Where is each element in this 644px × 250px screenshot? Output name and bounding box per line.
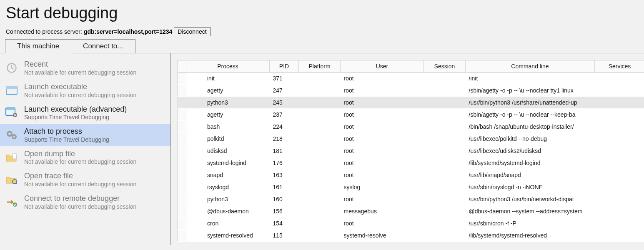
cell-user: root [341, 169, 424, 181]
cell-user: systemd-resolve [341, 230, 424, 242]
folder-search-icon [4, 173, 19, 186]
col-pid[interactable]: PID [270, 60, 299, 72]
clock-icon [4, 61, 19, 75]
col-cmd[interactable]: Command line [466, 60, 595, 72]
cell-platform [299, 145, 341, 157]
table-header-row: Process PID Platform User Session Comman… [178, 60, 644, 72]
cell-cmd: /usr/lib/snapd/snapd [466, 169, 595, 181]
cell-services [595, 97, 644, 109]
row-handle[interactable] [178, 193, 186, 205]
cell-platform [299, 205, 341, 218]
cell-platform [299, 133, 341, 145]
cell-cmd: @dbus-daemon --system --address=system [466, 205, 595, 218]
row-handle[interactable] [178, 109, 186, 121]
cell-pid: 218 [270, 133, 299, 145]
cell-user: root [341, 157, 424, 169]
col-user[interactable]: User [341, 60, 424, 72]
sidebar-item-recent[interactable]: Recent Not available for current debuggi… [0, 57, 170, 79]
table-row[interactable]: agetty247root/sbin/agetty -o -p -- \u --… [178, 85, 644, 97]
cell-cmd: /init [466, 72, 595, 85]
table-row[interactable]: python3160root/usr/bin/python3 /usr/bin/… [178, 193, 644, 205]
cell-platform [299, 97, 341, 109]
row-handle[interactable] [178, 205, 186, 218]
table-row[interactable]: cron154root/usr/sbin/cron -f -P [178, 218, 644, 230]
table-row[interactable]: bash224root/bin/bash /snap/ubuntu-deskto… [178, 121, 644, 133]
row-handle[interactable] [178, 157, 186, 169]
cell-cmd: /sbin/agetty -o -p -- \u --noclear --kee… [466, 109, 595, 121]
sidebar-item-launch-advanced[interactable]: Launch executable (advanced) Supports Ti… [0, 102, 170, 124]
cell-platform [299, 181, 341, 193]
row-handle[interactable] [178, 169, 186, 181]
row-handle[interactable] [178, 218, 186, 230]
gears-icon [4, 128, 19, 142]
sidebar-item-sub: Not available for current debugging sess… [24, 203, 166, 210]
sidebar: Recent Not available for current debuggi… [0, 53, 171, 245]
row-handle[interactable] [178, 85, 186, 97]
sidebar-item-launch[interactable]: Launch executable Not available for curr… [0, 79, 170, 102]
tab-connect-to[interactable]: Connect to... [71, 39, 135, 53]
row-handle[interactable] [178, 97, 186, 109]
cell-pid: 115 [270, 230, 299, 242]
cell-platform [299, 72, 341, 85]
svg-point-8 [8, 132, 11, 135]
row-handle[interactable] [178, 145, 186, 157]
disconnect-button[interactable]: Disconnect [174, 27, 210, 36]
cell-cmd: /usr/sbin/cron -f -P [466, 218, 595, 230]
tab-this-machine[interactable]: This machine [5, 39, 71, 53]
col-services[interactable]: Services [595, 60, 644, 72]
col-process[interactable]: Process [186, 60, 270, 72]
svg-point-10 [13, 135, 15, 138]
cell-process: agetty [186, 109, 270, 121]
sidebar-item-trace[interactable]: Open trace file Not available for curren… [0, 168, 170, 191]
window-icon [4, 84, 19, 97]
cell-process: snapd [186, 169, 270, 181]
table-row[interactable]: systemd-logind176root/lib/systemd/system… [178, 157, 644, 169]
cell-services [595, 133, 644, 145]
sidebar-item-attach[interactable]: Attach to process Supports Time Travel D… [0, 124, 170, 146]
sidebar-item-remote[interactable]: Connect to remote debugger Not available… [0, 191, 170, 213]
table-row[interactable]: snapd163root/usr/lib/snapd/snapd [178, 169, 644, 181]
table-row[interactable]: polkitd218root/usr/libexec/polkitd --no-… [178, 133, 644, 145]
cell-session [424, 230, 466, 242]
cell-process: rsyslogd [186, 181, 270, 193]
table-row[interactable]: agetty237root/sbin/agetty -o -p -- \u --… [178, 109, 644, 121]
cell-pid: 237 [270, 109, 299, 121]
table-row[interactable]: udisksd181root/usr/libexec/udisks2/udisk… [178, 145, 644, 157]
cell-user: root [341, 121, 424, 133]
cell-process: python3 [186, 97, 270, 109]
table-row[interactable]: rsyslogd161syslog/usr/sbin/rsyslogd -n -… [178, 181, 644, 193]
cell-process: python3 [186, 193, 270, 205]
svg-point-6 [14, 114, 16, 116]
cell-user: root [341, 218, 424, 230]
svg-rect-11 [13, 154, 16, 159]
cell-process: @dbus-daemon [186, 205, 270, 218]
svg-rect-2 [6, 86, 17, 89]
cell-platform [299, 85, 341, 97]
col-handle[interactable] [178, 60, 186, 72]
row-handle[interactable] [178, 230, 186, 242]
row-handle[interactable] [178, 121, 186, 133]
window-gear-icon [4, 106, 19, 119]
cell-services [595, 181, 644, 193]
row-handle[interactable] [178, 181, 186, 193]
table-row[interactable]: @dbus-daemon156messagebus@dbus-daemon --… [178, 205, 644, 218]
table-row[interactable]: init371root/init [178, 72, 644, 85]
page-title: Start debugging [6, 4, 644, 22]
sidebar-item-dump[interactable]: Open dump file Not available for current… [0, 146, 170, 169]
col-session[interactable]: Session [424, 60, 466, 72]
table-row[interactable]: python3245root/usr/bin/python3 /usr/shar… [178, 97, 644, 109]
cell-session [424, 205, 466, 218]
cell-platform [299, 121, 341, 133]
folder-file-icon [4, 151, 19, 164]
row-handle[interactable] [178, 72, 186, 85]
svg-rect-4 [6, 108, 15, 110]
cell-session [424, 72, 466, 85]
cell-cmd: /sbin/agetty -o -p -- \u --noclear tty1 … [466, 85, 595, 97]
table-row[interactable]: systemd-resolved115systemd-resolve/lib/s… [178, 230, 644, 242]
col-platform[interactable]: Platform [299, 60, 341, 72]
process-table[interactable]: Process PID Platform User Session Comman… [178, 60, 644, 242]
cell-process: polkitd [186, 133, 270, 145]
cell-pid: 163 [270, 169, 299, 181]
cell-pid: 181 [270, 145, 299, 157]
row-handle[interactable] [178, 133, 186, 145]
